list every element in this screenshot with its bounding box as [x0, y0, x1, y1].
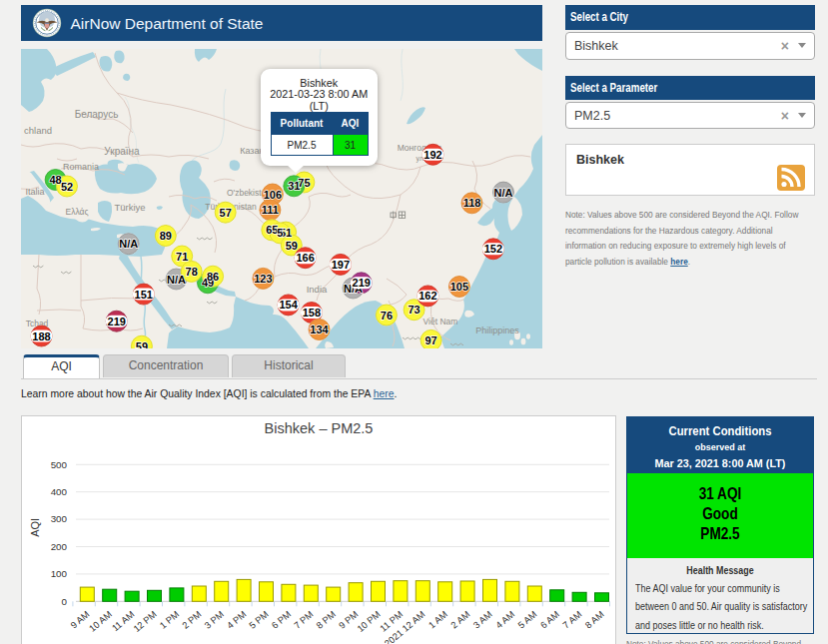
svg-text:3 AM: 3 AM	[471, 609, 494, 630]
svg-text:10 PM: 10 PM	[356, 609, 383, 634]
svg-text:48: 48	[49, 174, 61, 186]
svg-text:76: 76	[381, 309, 393, 321]
svg-text:500: 500	[51, 459, 68, 470]
svg-text:219: 219	[353, 277, 371, 289]
svg-text:5 PM: 5 PM	[248, 609, 271, 631]
svg-text:10 AM: 10 AM	[87, 609, 114, 634]
svg-text:4 PM: 4 PM	[225, 609, 248, 631]
svg-text:2 PM: 2 PM	[181, 609, 204, 631]
svg-text:7 AM: 7 AM	[561, 609, 584, 630]
svg-text:97: 97	[424, 333, 436, 345]
svg-text:4 AM: 4 AM	[494, 609, 517, 630]
svg-text:400: 400	[51, 486, 68, 497]
svg-text:N/A: N/A	[167, 273, 186, 285]
svg-text:3 PM: 3 PM	[203, 609, 226, 631]
svg-text:7 PM: 7 PM	[293, 609, 316, 631]
svg-text:59: 59	[286, 239, 298, 251]
svg-text:106: 106	[264, 188, 282, 200]
svg-text:chland: chland	[24, 125, 52, 136]
svg-text:57: 57	[220, 206, 232, 218]
svg-text:11 AM: 11 AM	[110, 609, 136, 633]
svg-text:52: 52	[61, 180, 73, 192]
svg-text:123: 123	[254, 272, 272, 284]
svg-text:Беларусь: Беларусь	[75, 109, 119, 120]
svg-text:154: 154	[279, 299, 298, 311]
svg-text:105: 105	[450, 281, 468, 293]
svg-text:Україна: Україна	[104, 145, 140, 156]
svg-text:89: 89	[160, 230, 172, 242]
svg-text:152: 152	[484, 243, 502, 255]
svg-text:200: 200	[51, 541, 68, 552]
svg-text:2 AM: 2 AM	[449, 609, 472, 630]
svg-text:134: 134	[310, 323, 329, 335]
svg-text:162: 162	[418, 290, 436, 302]
svg-text:118: 118	[463, 197, 481, 209]
svg-text:Romania: Romania	[63, 162, 99, 172]
svg-text:8 AM: 8 AM	[583, 609, 606, 630]
svg-text:31: 31	[288, 180, 300, 192]
svg-text:6 PM: 6 PM	[270, 609, 293, 631]
svg-text:5: 5	[277, 227, 283, 239]
svg-text:166: 166	[296, 252, 314, 264]
svg-text:Bishkek – PM2.5: Bishkek – PM2.5	[265, 420, 374, 436]
svg-text:100: 100	[51, 568, 68, 579]
svg-text:73: 73	[408, 304, 419, 316]
svg-text:192: 192	[423, 148, 441, 160]
svg-text:151: 151	[135, 288, 153, 300]
svg-text:Philippines: Philippines	[475, 325, 519, 335]
svg-text:Ελλάς: Ελλάς	[65, 207, 88, 217]
svg-text:59: 59	[136, 339, 148, 347]
svg-text:AQI: AQI	[29, 518, 41, 537]
svg-text:158: 158	[303, 307, 321, 319]
svg-text:0: 0	[62, 596, 68, 607]
svg-text:71: 71	[176, 250, 188, 262]
svg-text:N/A: N/A	[119, 238, 138, 250]
svg-text:Italia: Italia	[25, 187, 44, 197]
svg-text:6 AM: 6 AM	[538, 609, 561, 630]
svg-text:India: India	[307, 284, 328, 295]
svg-text:219: 219	[108, 315, 126, 326]
svg-text:188: 188	[32, 329, 50, 341]
svg-text:12 PM: 12 PM	[132, 609, 159, 634]
svg-text:300: 300	[51, 513, 68, 524]
svg-text:Viêt Nam: Viêt Nam	[423, 317, 458, 326]
svg-text:1 PM: 1 PM	[158, 609, 181, 631]
svg-text:N/A: N/A	[494, 186, 513, 198]
svg-text:86: 86	[207, 270, 219, 282]
svg-text:111: 111	[262, 204, 279, 216]
svg-text:5 AM: 5 AM	[516, 609, 539, 630]
svg-text:Türkiye: Türkiye	[114, 202, 145, 213]
svg-text:197: 197	[332, 258, 350, 270]
svg-text:8 PM: 8 PM	[315, 609, 338, 631]
svg-text:1 AM: 1 AM	[426, 609, 449, 630]
svg-text:78: 78	[186, 265, 198, 277]
